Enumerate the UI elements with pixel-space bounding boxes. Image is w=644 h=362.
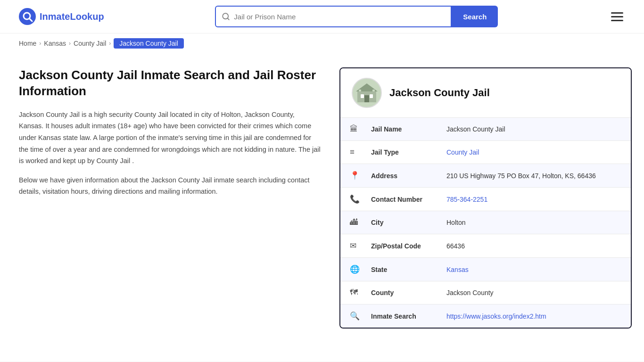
breadcrumb: Home › Kansas › County Jail › Jackson Co… xyxy=(0,33,644,53)
search-input-wrapper xyxy=(215,6,452,27)
table-row: 📞Contact Number785-364-2251 xyxy=(340,188,631,211)
field-link[interactable]: https://www.jasoks.org/index2.htm xyxy=(446,313,546,320)
svg-rect-11 xyxy=(372,90,375,91)
table-row: ✉Zip/Postal Code66436 xyxy=(340,234,631,258)
field-link[interactable]: Kansas xyxy=(446,266,469,273)
field-value: Jackson County Jail xyxy=(437,118,631,141)
field-icon: 📞 xyxy=(340,188,362,211)
field-label: State xyxy=(362,258,437,281)
search-input[interactable] xyxy=(234,13,445,21)
logo-text: InmateLookup xyxy=(40,11,104,22)
field-value: Holton xyxy=(437,211,631,234)
table-row: 📍Address210 US Highway 75 PO Box 47, Hol… xyxy=(340,164,631,188)
jail-avatar xyxy=(352,78,382,108)
right-column: Jackson County Jail 🏛Jail NameJackson Co… xyxy=(339,67,632,329)
field-label: Contact Number xyxy=(362,188,437,211)
field-value: 66436 xyxy=(437,234,631,258)
breadcrumb-chevron-2: › xyxy=(69,40,71,47)
logo-link[interactable]: InmateLookup xyxy=(19,8,104,25)
hamburger-line-1 xyxy=(611,12,623,14)
description-paragraph-1: Jackson County Jail is a high security C… xyxy=(19,109,321,167)
field-icon: 🔍 xyxy=(340,304,362,328)
table-row: 🔍Inmate Searchhttps://www.jasoks.org/ind… xyxy=(340,304,631,328)
field-label: Address xyxy=(362,164,437,188)
field-label: Jail Name xyxy=(362,118,437,141)
search-button[interactable]: Search xyxy=(452,6,498,27)
table-row: 🏙CityHolton xyxy=(340,211,631,234)
field-icon: 🏛 xyxy=(340,118,362,141)
field-link[interactable]: 785-364-2251 xyxy=(446,196,487,203)
field-label: City xyxy=(362,211,437,234)
field-label: County xyxy=(362,281,437,304)
main-content: Jackson County Jail Inmate Search and Ja… xyxy=(0,53,644,343)
search-icon xyxy=(222,12,230,21)
field-value[interactable]: Kansas xyxy=(437,258,631,281)
svg-rect-7 xyxy=(361,94,364,98)
card-header: Jackson County Jail xyxy=(340,68,631,118)
menu-button[interactable] xyxy=(609,10,625,23)
info-table: 🏛Jail NameJackson County Jail≡Jail TypeC… xyxy=(340,118,631,328)
field-value[interactable]: 785-364-2251 xyxy=(437,188,631,211)
svg-rect-10 xyxy=(359,90,361,91)
field-label: Inmate Search xyxy=(362,304,437,328)
description-paragraph-2: Below we have given information about th… xyxy=(19,174,321,197)
breadcrumb-current: Jackson County Jail xyxy=(114,38,184,49)
header: InmateLookup Search xyxy=(0,0,644,33)
field-icon: 🗺 xyxy=(340,281,362,304)
field-icon: ✉ xyxy=(340,234,362,258)
description: Jackson County Jail is a high security C… xyxy=(19,109,321,197)
hamburger-line-3 xyxy=(611,20,623,21)
logo-icon xyxy=(19,8,36,25)
svg-rect-8 xyxy=(370,94,373,98)
info-card: Jackson County Jail 🏛Jail NameJackson Co… xyxy=(339,67,632,329)
field-icon: 📍 xyxy=(340,164,362,188)
svg-rect-9 xyxy=(364,95,369,102)
table-row: 🌐StateKansas xyxy=(340,258,631,281)
table-row: 🏛Jail NameJackson County Jail xyxy=(340,118,631,141)
field-icon: ≡ xyxy=(340,141,362,164)
logo-inmate: Inmate xyxy=(40,11,70,22)
hamburger-line-2 xyxy=(611,16,623,17)
svg-point-0 xyxy=(19,8,36,25)
breadcrumb-chevron-3: › xyxy=(109,40,111,47)
breadcrumb-kansas[interactable]: Kansas xyxy=(44,40,66,47)
logo-lookup: Lookup xyxy=(70,11,104,22)
field-value[interactable]: https://www.jasoks.org/index2.htm xyxy=(437,304,631,328)
field-link[interactable]: County Jail xyxy=(446,148,479,156)
field-label: Jail Type xyxy=(362,141,437,164)
card-title: Jackson County Jail xyxy=(389,87,490,99)
field-label: Zip/Postal Code xyxy=(362,234,437,258)
field-icon: 🏙 xyxy=(340,211,362,234)
field-icon: 🌐 xyxy=(340,258,362,281)
breadcrumb-chevron-1: › xyxy=(39,40,41,47)
field-value[interactable]: County Jail xyxy=(437,141,631,164)
table-row: ≡Jail TypeCounty Jail xyxy=(340,141,631,164)
breadcrumb-county-jail[interactable]: County Jail xyxy=(74,40,106,47)
svg-line-4 xyxy=(228,18,229,19)
building-icon xyxy=(355,81,379,105)
field-value: Jackson County xyxy=(437,281,631,304)
breadcrumb-home[interactable]: Home xyxy=(19,40,36,47)
left-column: Jackson County Jail Inmate Search and Ja… xyxy=(19,67,321,329)
field-value: 210 US Highway 75 PO Box 47, Holton, KS,… xyxy=(437,164,631,188)
table-row: 🗺CountyJackson County xyxy=(340,281,631,304)
search-bar: Search xyxy=(215,6,498,27)
page-title: Jackson County Jail Inmate Search and Ja… xyxy=(19,67,321,99)
